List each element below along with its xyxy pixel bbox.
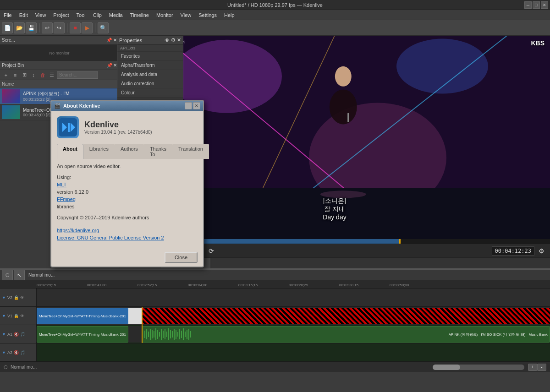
mlt-link[interactable]: MLT xyxy=(57,182,198,187)
dialog-titlebar: 🎬 About Kdenlive ─ ✕ xyxy=(51,101,203,111)
maximize-button[interactable]: □ xyxy=(533,1,540,9)
open-button[interactable]: 📂 xyxy=(14,22,25,33)
bin-pin-icon[interactable]: 📌 xyxy=(107,63,112,68)
bin-columns-header: Name xyxy=(0,80,119,88)
menu-clip[interactable]: Clip xyxy=(89,11,105,19)
dialog-tab-about[interactable]: About xyxy=(57,144,83,159)
undo-button[interactable]: ↩ xyxy=(42,22,53,33)
timeline-zoom-out-button[interactable]: ⬡ xyxy=(2,270,13,281)
track-a1-mute-icon[interactable]: 🔇 xyxy=(14,332,19,337)
menu-view2[interactable]: View xyxy=(177,11,195,19)
track-v1-vis-icon[interactable]: 👁 xyxy=(20,314,24,318)
subtitle-line1: [소니은] xyxy=(323,197,346,205)
track-a2-mute-icon[interactable]: 🔇 xyxy=(14,350,19,355)
track-clip-a1-1[interactable]: MonoTree+OhMyGirl+WYATT-Timing-MusicBank… xyxy=(37,326,128,343)
ffmpeg-link[interactable]: FFmpeg xyxy=(57,196,198,202)
track-v2-header: ▼ V2 🔒 👁 xyxy=(0,289,37,306)
dialog-tab-authors[interactable]: Authors xyxy=(115,144,144,159)
svg-rect-31 xyxy=(177,332,178,337)
close-button[interactable]: ✕ xyxy=(541,1,548,9)
dialog-close-button[interactable]: Close xyxy=(165,252,198,263)
scrollbar-thumb[interactable] xyxy=(433,365,460,370)
svg-rect-13 xyxy=(144,331,145,338)
render-button[interactable]: ▶ xyxy=(82,22,93,33)
screen-panel-title: Scre... xyxy=(2,38,15,43)
prop-favorites[interactable]: Favorites xyxy=(117,52,183,61)
bin-close-icon[interactable]: ✕ xyxy=(113,63,117,68)
bin-add-button[interactable]: + xyxy=(2,71,10,79)
bin-sort-button[interactable]: ↕ xyxy=(29,71,38,79)
track-v2-expand-icon[interactable]: ▼ xyxy=(2,295,6,300)
screen-close-icon[interactable]: ✕ xyxy=(113,38,117,43)
menu-view[interactable]: View xyxy=(32,11,50,19)
stop-button[interactable]: ■ xyxy=(70,22,81,33)
new-button[interactable]: 📄 xyxy=(2,22,13,33)
track-a1-expand-icon[interactable]: ▼ xyxy=(2,332,6,337)
timecode-settings-icon[interactable]: ⚙ xyxy=(536,246,546,256)
menu-edit[interactable]: Edit xyxy=(16,11,32,19)
prop-alpha-transform[interactable]: Alpha/Transform xyxy=(117,61,183,70)
dialog-tab-libraries[interactable]: Libraries xyxy=(83,144,115,159)
track-a2-solo-icon[interactable]: 🎵 xyxy=(20,350,25,355)
menu-project[interactable]: Project xyxy=(50,11,72,19)
bin-thumb-view-button[interactable]: ⊞ xyxy=(20,71,28,79)
timeline-select-button[interactable]: ↖ xyxy=(14,270,25,281)
thumb-image-2 xyxy=(2,105,20,119)
menu-monitor[interactable]: Monitor xyxy=(153,11,177,19)
redo-button[interactable]: ↪ xyxy=(54,22,65,33)
dialog-tab-translation[interactable]: Translation xyxy=(172,144,209,159)
zoom-out-button[interactable]: - xyxy=(537,364,546,371)
dialog-icon-small: 🎬 xyxy=(54,103,60,109)
prop-colour[interactable]: Colour xyxy=(117,88,183,98)
bin-menu-button[interactable]: ☰ xyxy=(48,71,56,79)
menu-settings[interactable]: Settings xyxy=(195,11,220,19)
dialog-minimize-button[interactable]: ─ xyxy=(185,102,192,109)
svg-rect-18 xyxy=(154,331,154,338)
properties-eye-icon[interactable]: 👁 xyxy=(165,38,170,43)
dialog-close-button[interactable]: ✕ xyxy=(193,102,200,109)
zoom-btn[interactable]: 🔍 xyxy=(98,22,109,33)
website-link[interactable]: https://kdenlive.org xyxy=(57,228,198,233)
properties-settings-icon[interactable]: ⚙ xyxy=(171,37,176,43)
dialog-tab-thanks-to[interactable]: Thanks To xyxy=(144,144,172,159)
properties-close-icon[interactable]: ✕ xyxy=(177,37,181,43)
track-clip-a1-2[interactable]: APINK (에이핑크) - I'M SO SICK (너 없어도 돼) - M… xyxy=(142,326,550,343)
properties-menu-items: Favorites Alpha/Transform Analysis and d… xyxy=(117,52,183,107)
track-a1-solo-icon[interactable]: 🎵 xyxy=(20,332,25,337)
ruler-mark-0: 00:02:29;15 xyxy=(37,283,87,287)
timeline-scrollbar[interactable] xyxy=(433,365,524,370)
track-clip-v1-2[interactable] xyxy=(142,308,550,324)
license-link[interactable]: License: GNU General Public License Vers… xyxy=(57,235,198,240)
track-a2-content[interactable] xyxy=(37,343,550,361)
track-v1-content[interactable]: MonoTree+OhMyGirl+WYATT-Timing-MusicBank… xyxy=(37,307,550,325)
track-clip-v1-1[interactable]: MonoTree+OhMyGirl+WYATT-Timing-MusicBank… xyxy=(37,308,128,324)
track-a2-expand-icon[interactable]: ▼ xyxy=(2,350,6,355)
bin-list-view-button[interactable]: ≡ xyxy=(11,71,19,79)
prop-audio-correction[interactable]: Audio correction xyxy=(117,79,183,88)
ruler-mark-1: 00:02:41;00 xyxy=(87,283,138,287)
svg-rect-20 xyxy=(157,330,158,339)
extra-button[interactable]: ⟳ xyxy=(206,246,216,256)
menu-file[interactable]: File xyxy=(0,11,16,19)
track-v2-lock-icon[interactable]: 🔒 xyxy=(14,295,19,300)
bin-delete-button[interactable]: 🗑 xyxy=(38,71,47,79)
dialog-ffmpeg-info: FFmpeg libraries xyxy=(57,196,198,209)
track-v1-lock-icon[interactable]: 🔒 xyxy=(14,314,19,318)
track-v1-expand-icon[interactable]: ▼ xyxy=(2,314,6,318)
menu-timeline[interactable]: Timeline xyxy=(126,11,153,19)
prop-analysis[interactable]: Analysis and data xyxy=(117,70,183,79)
search-input[interactable] xyxy=(57,71,98,79)
zoom-in-button[interactable]: + xyxy=(528,364,537,371)
minimize-button[interactable]: ─ xyxy=(524,1,532,9)
track-v2-vis-icon[interactable]: 👁 xyxy=(20,295,24,300)
save-button[interactable]: 💾 xyxy=(26,22,37,33)
menu-help[interactable]: Help xyxy=(220,11,238,19)
ruler-mark-5: 00:03:26;29 xyxy=(289,283,339,287)
track-v2-content[interactable] xyxy=(37,289,550,306)
track-a1-content[interactable]: MonoTree+OhMyGirl+WYATT-Timing-MusicBank… xyxy=(37,325,550,343)
svg-point-8 xyxy=(330,89,357,124)
menu-tool[interactable]: Tool xyxy=(73,11,89,19)
timeline-mode-label: Normal mo... xyxy=(26,272,57,278)
screen-pin-icon[interactable]: 📌 xyxy=(106,38,112,43)
menu-media[interactable]: Media xyxy=(105,11,126,19)
